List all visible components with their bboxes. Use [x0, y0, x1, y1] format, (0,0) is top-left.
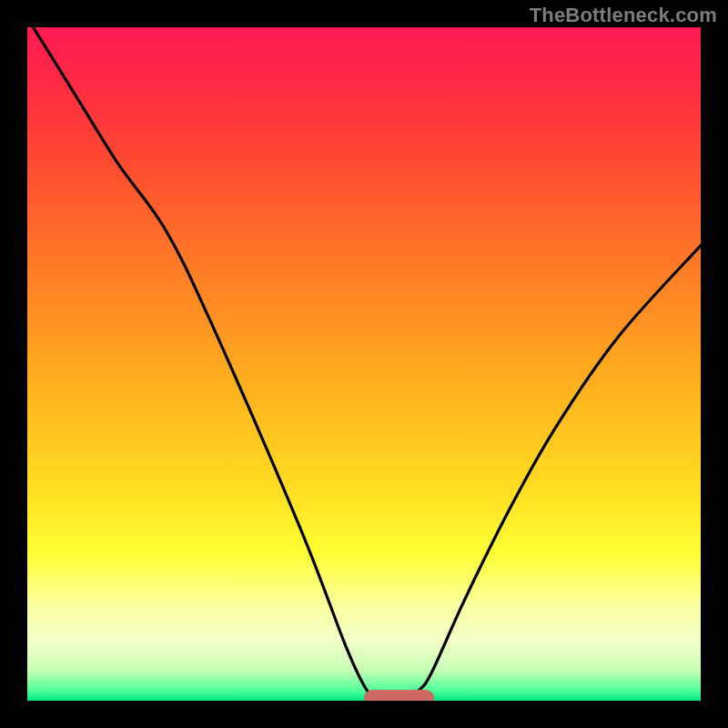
gradient-fill: [27, 27, 701, 701]
heat-gradient: [27, 27, 701, 701]
watermark-text: TheBottleneck.com: [530, 4, 717, 27]
bottleneck-curve: [27, 27, 701, 701]
chart-frame: [27, 27, 701, 701]
optimal-zone-marker: [364, 690, 435, 701]
